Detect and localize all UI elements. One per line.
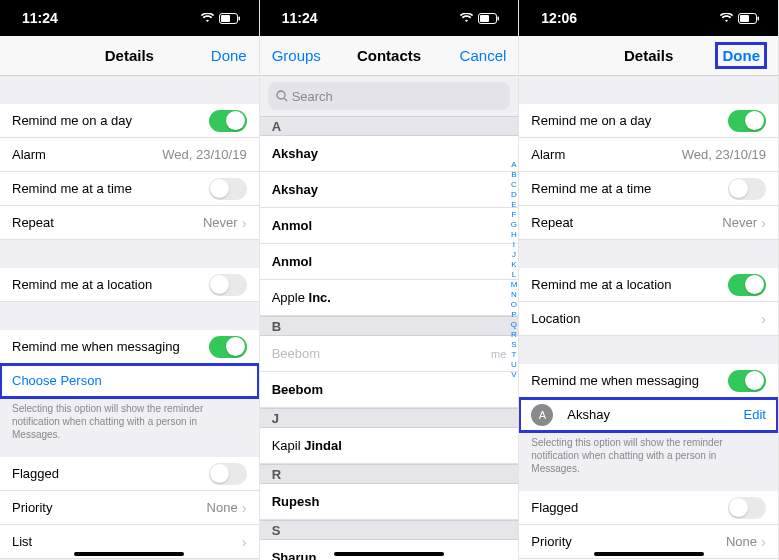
chevron-right-icon: › [761,310,766,327]
remind-time-toggle[interactable] [728,178,766,200]
index-letter[interactable]: N [511,290,517,300]
battery-icon [478,13,500,24]
section-index[interactable]: ABCDEFGHIJKLMNOPQRSTUV [511,160,518,380]
remind-location-toggle[interactable] [728,274,766,296]
alarm-row[interactable]: Alarm Wed, 23/10/19 [0,138,259,172]
index-letter[interactable]: R [511,330,517,340]
remind-messaging-toggle[interactable] [209,336,247,358]
remind-time-toggle[interactable] [209,178,247,200]
index-letter[interactable]: U [511,360,517,370]
contact-row[interactable]: Akshay [260,172,519,208]
index-letter[interactable]: T [512,350,517,360]
index-letter[interactable]: O [511,300,517,310]
alarm-row[interactable]: Alarm Wed, 23/10/19 [519,138,778,172]
index-letter[interactable]: I [513,240,515,250]
index-letter[interactable]: D [511,190,517,200]
location-row[interactable]: Location › [519,302,778,336]
remind-messaging-label: Remind me when messaging [12,339,180,354]
remind-messaging-toggle[interactable] [728,370,766,392]
screen-details-3: 12:06 Details Done Remind me on a day Al… [519,0,779,560]
groups-button[interactable]: Groups [272,47,321,64]
contact-name: Beebom [272,346,320,361]
index-letter[interactable]: E [511,200,516,210]
contact-row[interactable]: Anmol [260,208,519,244]
remind-location-row[interactable]: Remind me at a location [519,268,778,302]
remind-time-row[interactable]: Remind me at a time [519,172,778,206]
flagged-row[interactable]: Flagged [0,457,259,491]
index-letter[interactable]: J [512,250,516,260]
cancel-button[interactable]: Cancel [460,47,507,64]
remind-time-row[interactable]: Remind me at a time [0,172,259,206]
index-letter[interactable]: K [511,260,516,270]
contact-row[interactable]: Kapil Jindal [260,428,519,464]
priority-value: None [207,500,238,515]
remind-day-row[interactable]: Remind me on a day [0,104,259,138]
remind-location-label: Remind me at a location [12,277,152,292]
chevron-right-icon: › [242,214,247,231]
section-header: B [260,316,519,336]
index-letter[interactable]: Q [511,320,517,330]
screen-details-1: 11:24 Details Done Remind me on a day Al… [0,0,260,560]
navbar: Details Done [0,36,259,76]
done-button[interactable]: Done [211,47,247,64]
remind-messaging-row[interactable]: Remind me when messaging [0,330,259,364]
remind-day-label: Remind me on a day [531,113,651,128]
index-letter[interactable]: M [511,280,518,290]
remind-day-toggle[interactable] [209,110,247,132]
remind-time-label: Remind me at a time [12,181,132,196]
remind-messaging-row[interactable]: Remind me when messaging [519,364,778,398]
index-letter[interactable]: C [511,180,517,190]
home-indicator[interactable] [594,552,704,556]
status-bar: 12:06 [519,0,778,36]
contact-row[interactable]: Rupesh [260,484,519,520]
index-letter[interactable]: A [511,160,516,170]
remind-time-label: Remind me at a time [531,181,651,196]
repeat-row[interactable]: Repeat Never› [519,206,778,240]
index-letter[interactable]: V [511,370,516,380]
contact-row[interactable]: Beebom [260,372,519,408]
contact-row[interactable]: Anmol [260,244,519,280]
search-placeholder: Search [292,89,333,104]
contact-name: Apple Inc. [272,290,331,305]
contact-name: Kapil Jindal [272,438,342,453]
flagged-label: Flagged [531,500,578,515]
index-letter[interactable]: H [511,230,517,240]
remind-location-toggle[interactable] [209,274,247,296]
chosen-person-row[interactable]: A Akshay Edit [519,398,778,432]
index-letter[interactable]: B [511,170,516,180]
contact-row[interactable]: Akshay [260,136,519,172]
search-input[interactable]: Search [268,82,511,110]
edit-person-button[interactable]: Edit [744,407,766,422]
choose-person-link[interactable]: Choose Person [12,373,102,388]
contact-row[interactable]: Apple Inc. [260,280,519,316]
index-letter[interactable]: L [512,270,516,280]
contact-row[interactable]: Sharun [260,540,519,560]
index-letter[interactable]: S [511,340,516,350]
remind-day-row[interactable]: Remind me on a day [519,104,778,138]
contact-name: Beebom [272,382,323,397]
svg-point-6 [277,91,285,99]
contact-row[interactable]: Beebomme [260,336,519,372]
index-letter[interactable]: F [512,210,517,220]
wifi-icon [459,13,474,23]
contacts-list[interactable]: AAkshayAkshayAnmolAnmolApple Inc.BBeebom… [260,116,519,560]
alarm-label: Alarm [12,147,46,162]
flagged-toggle[interactable] [209,463,247,485]
repeat-row[interactable]: Repeat Never› [0,206,259,240]
status-bar: 11:24 [0,0,259,36]
svg-rect-1 [221,15,230,22]
priority-row[interactable]: Priority None› [0,491,259,525]
flagged-row[interactable]: Flagged [519,491,778,525]
status-bar: 11:24 [260,0,519,36]
done-button[interactable]: Done [716,43,766,68]
home-indicator[interactable] [74,552,184,556]
remind-day-toggle[interactable] [728,110,766,132]
home-indicator[interactable] [334,552,444,556]
svg-line-7 [284,98,287,101]
choose-person-row[interactable]: Choose Person [0,364,259,398]
index-letter[interactable]: P [511,310,516,320]
flagged-toggle[interactable] [728,497,766,519]
search-icon [276,90,288,102]
remind-location-row[interactable]: Remind me at a location [0,268,259,302]
index-letter[interactable]: G [511,220,517,230]
